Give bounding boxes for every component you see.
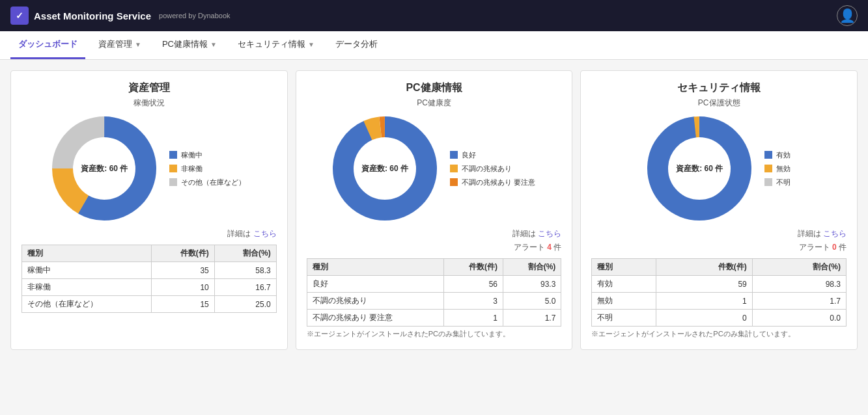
panel-asset-footer: 詳細は こちら [21, 228, 277, 239]
panel-asset-subtitle: 稼働状況 [21, 98, 277, 109]
panel-health-row-2: 不調の兆候あり 要注意11.7 [307, 310, 561, 327]
panel-asset-legend-color-2 [169, 178, 177, 186]
panel-asset-legend: 稼働中非稼働その他（在庫など） [169, 150, 245, 187]
panel-asset-chart-area: 資産数: 60 件稼働中非稼働その他（在庫など） [21, 116, 277, 221]
panel-health-row-0: 良好5693.3 [307, 276, 561, 293]
panel-health-legend-item-2: 不調の兆候あり 要注意 [450, 178, 535, 187]
user-icon[interactable]: 👤 [837, 5, 858, 26]
panel-asset-cell-0-1: 35 [151, 262, 214, 279]
panel-security-cell-0-1: 59 [656, 276, 752, 293]
panel-asset-legend-item-2: その他（在庫など） [169, 178, 245, 187]
panel-security-th-2: 割合(%) [752, 259, 846, 276]
panel-asset-legend-color-0 [169, 151, 177, 159]
nav-security[interactable]: セキュリティ情報 ▼ [230, 31, 322, 59]
powered-by: powered by Dynabook [159, 12, 230, 20]
panel-asset-row-2: その他（在庫など）1525.0 [22, 296, 277, 313]
panel-security-detail-link[interactable]: こちら [823, 229, 847, 238]
panel-asset-legend-label-0: 稼働中 [181, 150, 203, 160]
logo-icon: ✓ [10, 7, 29, 25]
panel-asset-cell-0-0: 稼働中 [22, 262, 152, 279]
nav-health-caret: ▼ [210, 41, 217, 48]
panel-asset-cell-2-2: 25.0 [214, 296, 276, 313]
panel-health-legend-label-1: 不調の兆候あり [462, 164, 512, 174]
panel-health-alert-text: アラート [514, 243, 547, 252]
panel-health: PC健康情報PC健康度資産数: 60 件良好不調の兆候あり不調の兆候あり 要注意… [296, 70, 573, 350]
panel-health-title: PC健康情報 [307, 81, 562, 95]
nav-asset-label: 資産管理 [98, 38, 132, 50]
panel-security-alert-text: アラート [799, 243, 832, 252]
panel-health-table: 種別件数(件)割合(%)良好5693.3不調の兆候あり35.0不調の兆候あり 要… [307, 258, 562, 327]
panel-asset-th-1: 件数(件) [151, 245, 214, 262]
nav-asset-caret: ▼ [135, 41, 141, 48]
panel-health-cell-1-1: 3 [443, 293, 503, 310]
nav-dashboard-label: ダッシュボード [18, 38, 77, 50]
panel-asset-cell-0-2: 58.3 [214, 262, 276, 279]
panel-health-legend-color-2 [450, 178, 458, 186]
panel-health-detail-link[interactable]: こちら [538, 229, 561, 238]
panel-health-th-0: 種別 [307, 259, 443, 276]
panel-security-cell-2-2: 0.0 [752, 310, 846, 327]
panel-security-cell-2-0: 不明 [592, 310, 656, 327]
panel-asset-legend-label-1: 非稼働 [181, 164, 203, 174]
panel-health-legend-color-0 [450, 151, 458, 159]
panel-asset-legend-label-2: その他（在庫など） [181, 178, 245, 187]
panel-health-legend-label-2: 不調の兆候あり 要注意 [462, 178, 535, 187]
nav-health-label: PC健康情報 [162, 38, 208, 50]
panel-health-legend: 良好不調の兆候あり不調の兆候あり 要注意 [450, 150, 535, 187]
panel-asset-detail-link[interactable]: こちら [253, 229, 277, 238]
panel-health-cell-2-0: 不調の兆候あり 要注意 [307, 310, 443, 327]
panel-health-row-1: 不調の兆候あり35.0 [307, 293, 561, 310]
panel-health-legend-label-0: 良好 [462, 150, 476, 160]
panel-security-row-0: 有効5998.3 [592, 276, 847, 293]
panel-asset-legend-item-0: 稼働中 [169, 150, 245, 160]
nav-analysis[interactable]: データ分析 [328, 31, 385, 59]
panel-asset-table: 種別件数(件)割合(%)稼働中3558.3非稼働1016.7その他（在庫など）1… [21, 245, 277, 313]
panel-security-alert-suffix: 件 [837, 243, 847, 252]
panel-asset-cell-1-2: 16.7 [214, 279, 276, 296]
header-left: ✓ Asset Monitoring Service powered by Dy… [10, 7, 231, 25]
panel-security-footnote: ※エージェントがインストールされたPCのみ集計しています。 [591, 329, 847, 339]
panel-security-alert: アラート 0 件 [591, 242, 847, 253]
main-content: 資産管理稼働状況資産数: 60 件稼働中非稼働その他（在庫など）詳細は こちら種… [0, 60, 868, 415]
panel-asset-th-2: 割合(%) [214, 245, 276, 262]
nav-security-label: セキュリティ情報 [238, 38, 305, 50]
panel-health-detail-text: 詳細は [512, 229, 536, 238]
panel-security-legend: 有効無効不明 [764, 150, 791, 187]
panel-security-cell-0-0: 有効 [592, 276, 656, 293]
panel-health-cell-0-0: 良好 [307, 276, 443, 293]
panel-security-legend-label-0: 有効 [776, 150, 791, 160]
panel-asset-center-label: 資産数: 60 件 [81, 163, 128, 174]
panel-security-alert-count: 0 [832, 243, 837, 252]
panel-security-cell-1-2: 1.7 [752, 293, 846, 310]
panel-health-legend-item-0: 良好 [450, 150, 535, 160]
panel-security-chart-area: 資産数: 60 件有効無効不明 [591, 116, 847, 221]
panel-asset-cell-1-1: 10 [151, 279, 214, 296]
panel-asset-cell-1-0: 非稼働 [22, 279, 152, 296]
panel-health-footer: 詳細は こちら [307, 228, 562, 239]
nav-health[interactable]: PC健康情報 ▼ [154, 31, 225, 59]
panel-health-cell-1-0: 不調の兆候あり [307, 293, 443, 310]
panel-asset-row-1: 非稼働1016.7 [22, 279, 277, 296]
panel-health-center-label: 資産数: 60 件 [361, 163, 408, 174]
panel-security-legend-color-1 [764, 165, 772, 172]
panel-health-footnote: ※エージェントがインストールされたPCのみ集計しています。 [307, 329, 562, 339]
panel-asset-row-0: 稼働中3558.3 [22, 262, 277, 279]
app-title: Asset Monitoring Service [34, 10, 151, 21]
panel-security-cell-2-1: 0 [656, 310, 752, 327]
panel-security-table: 種別件数(件)割合(%)有効5998.3無効11.7不明00.0 [591, 258, 847, 327]
panels-container: 資産管理稼働状況資産数: 60 件稼働中非稼働その他（在庫など）詳細は こちら種… [10, 70, 858, 350]
panel-security: セキュリティ情報PC保護状態資産数: 60 件有効無効不明詳細は こちらアラート… [580, 70, 858, 350]
nav-asset[interactable]: 資産管理 ▼ [91, 31, 149, 59]
panel-health-th-2: 割合(%) [503, 259, 561, 276]
panel-security-cell-0-2: 98.3 [752, 276, 846, 293]
panel-health-subtitle: PC健康度 [307, 98, 562, 109]
panel-security-th-0: 種別 [592, 259, 656, 276]
panel-security-donut: 資産数: 60 件 [647, 116, 751, 221]
panel-asset: 資産管理稼働状況資産数: 60 件稼働中非稼働その他（在庫など）詳細は こちら種… [10, 70, 288, 350]
panel-health-chart-area: 資産数: 60 件良好不調の兆候あり不調の兆候あり 要注意 [307, 116, 562, 221]
panel-asset-legend-color-1 [169, 165, 177, 172]
panel-security-legend-item-0: 有効 [764, 150, 791, 160]
panel-security-legend-label-1: 無効 [776, 164, 791, 174]
nav-dashboard[interactable]: ダッシュボード [10, 31, 85, 59]
panel-health-cell-2-2: 1.7 [503, 310, 561, 327]
